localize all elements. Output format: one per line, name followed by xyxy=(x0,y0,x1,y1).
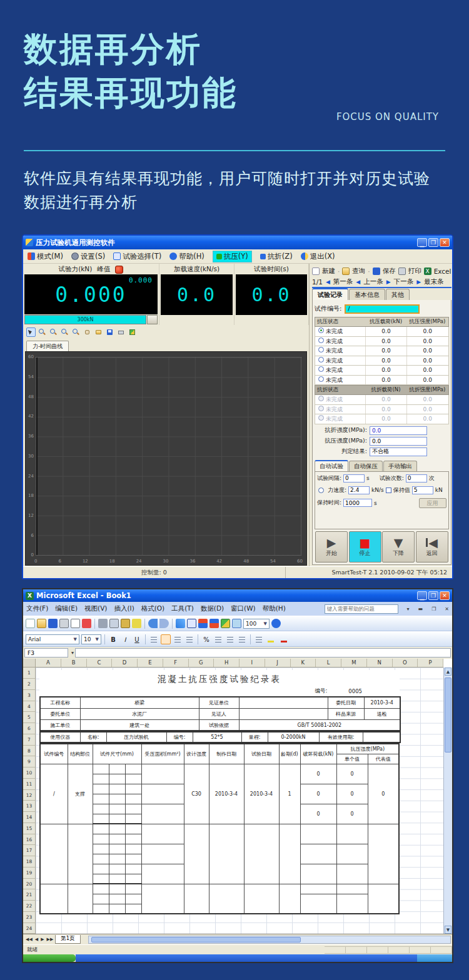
excel-menu-item[interactable]: 帮助(H) xyxy=(263,604,286,613)
prev-sheet-icon[interactable]: ◀ xyxy=(34,937,39,942)
paste-icon[interactable] xyxy=(121,619,130,628)
taskbar-strip[interactable] xyxy=(76,954,417,962)
excel-menu-item[interactable]: 编辑(E) xyxy=(55,604,78,613)
excel-minimize-button[interactable]: ▁ xyxy=(417,591,427,600)
apply-button[interactable]: 应用 xyxy=(419,498,446,508)
row-header[interactable]: 5 xyxy=(23,712,35,723)
font-name-select[interactable]: Arial▼ xyxy=(26,634,79,644)
chart-wizard-icon[interactable] xyxy=(221,619,230,628)
status-radio[interactable] xyxy=(318,338,324,343)
excel-help-icon[interactable] xyxy=(271,619,281,628)
copy-icon[interactable] xyxy=(109,619,119,628)
status-radio[interactable] xyxy=(318,357,324,362)
row-header[interactable]: 22 xyxy=(23,901,35,912)
merge-center-button[interactable] xyxy=(184,634,194,644)
decrease-decimal-button[interactable] xyxy=(225,634,235,644)
font-size-select[interactable]: 10▼ xyxy=(81,634,101,644)
info-value[interactable]: GB/T 50081-2002 xyxy=(239,719,400,731)
next-sheet-icon[interactable]: ▶ xyxy=(40,937,44,942)
info-label[interactable]: 试验依据 xyxy=(199,719,239,731)
excel-menu-item[interactable]: 工具(T) xyxy=(171,604,194,613)
instrument-valid[interactable] xyxy=(363,732,400,742)
excel-menu-item[interactable]: 文件(F) xyxy=(26,604,48,613)
down-button[interactable]: ▼ 下降 xyxy=(382,531,415,562)
row-header[interactable]: 17 xyxy=(23,845,35,856)
column-header[interactable]: O xyxy=(393,659,418,667)
zoom-select[interactable]: 100▼ xyxy=(243,619,270,629)
info-label[interactable]: 见证人 xyxy=(199,708,239,719)
name-box[interactable]: F3 xyxy=(24,648,68,658)
print-preview-icon[interactable] xyxy=(71,619,80,628)
pointer-tool-icon[interactable] xyxy=(26,328,36,337)
select-all-corner[interactable] xyxy=(23,659,36,667)
sheet-tab[interactable]: 第1页 xyxy=(55,935,80,944)
row-header[interactable]: 12 xyxy=(23,790,35,801)
status-radio[interactable] xyxy=(318,376,324,382)
hold-time-input[interactable] xyxy=(343,499,372,507)
underline-button[interactable]: U xyxy=(132,634,142,644)
force-range-button[interactable] xyxy=(147,315,158,324)
horizontal-scrollbar[interactable] xyxy=(88,936,451,944)
cell-specimen[interactable]: / xyxy=(40,764,68,824)
minimize-button[interactable]: ▁ xyxy=(417,238,427,247)
row-header[interactable]: 3 xyxy=(23,690,35,701)
hold-input[interactable] xyxy=(412,486,433,494)
info-value[interactable]: 水泥厂 xyxy=(80,708,199,719)
row-header[interactable]: 24 xyxy=(23,923,35,934)
cell-single[interactable]: 0 xyxy=(336,804,368,824)
column-header[interactable]: N xyxy=(367,659,393,667)
autosum-icon[interactable] xyxy=(187,619,196,628)
excel-close-button[interactable]: ✕ xyxy=(440,591,450,600)
menu-compression[interactable]: 抗压(Y) xyxy=(213,251,252,262)
excel-menu-item[interactable]: 视图(V) xyxy=(84,604,107,613)
last-record-button[interactable]: 最末条 xyxy=(424,278,444,286)
tab-force-time-curve[interactable]: 力-时间曲线 xyxy=(26,341,69,351)
new-record-button[interactable]: 新建 xyxy=(322,267,335,276)
excel-maximize-button[interactable]: ❐ xyxy=(428,591,438,600)
row-header[interactable]: 7 xyxy=(23,734,35,746)
compression-row[interactable]: 未完成 0.0 0.0 xyxy=(315,337,449,347)
excel-menu-item[interactable]: 格式(O) xyxy=(141,604,164,613)
next-record-button[interactable]: 下一条 xyxy=(394,278,414,286)
row-header[interactable]: 8 xyxy=(23,746,35,757)
borders-button[interactable] xyxy=(254,634,264,644)
zoom-window-icon[interactable] xyxy=(60,328,69,337)
row-header[interactable]: 13 xyxy=(23,801,35,812)
excel-title-bar[interactable]: X Microsoft Excel - Book1 ▁ ❐ ✕ xyxy=(23,589,452,602)
status-radio[interactable] xyxy=(318,366,324,372)
column-header[interactable]: D xyxy=(112,659,138,667)
zoom-reset-icon[interactable] xyxy=(71,328,81,337)
undo-icon[interactable] xyxy=(148,619,158,628)
row-header[interactable]: 6 xyxy=(23,723,35,734)
print-curve-icon[interactable] xyxy=(116,328,126,337)
row-header[interactable]: 18 xyxy=(23,856,35,868)
menu-help[interactable]: 帮助(H) xyxy=(169,252,204,261)
scroll-up-icon[interactable]: ▲ xyxy=(445,668,451,676)
align-left-button[interactable] xyxy=(149,634,159,644)
menu-mode[interactable]: 模式(M) xyxy=(28,252,63,261)
flexural-row[interactable]: 未完成 0.0 0.0 xyxy=(315,395,449,405)
compression-row[interactable]: 未完成 0.0 0.0 xyxy=(315,366,449,376)
info-label[interactable]: 工程名称 xyxy=(40,697,80,708)
vertical-scrollbar[interactable]: ▲ ▼ xyxy=(443,668,452,934)
instrument-no-label[interactable]: 编号: xyxy=(166,732,193,742)
excel-export-button[interactable]: Excel xyxy=(434,268,451,275)
flex-strength-input[interactable] xyxy=(370,426,427,435)
chart-style-icon[interactable] xyxy=(128,328,137,337)
info-label[interactable]: 样品来源 xyxy=(328,708,364,719)
name-box-dropdown-icon[interactable]: ▾ xyxy=(71,650,74,656)
sort-asc-icon[interactable] xyxy=(198,619,208,628)
cell-single[interactable]: 0 xyxy=(336,764,368,784)
force-speed-radio[interactable] xyxy=(318,488,324,493)
stop-button[interactable]: ■ 停止 xyxy=(349,531,381,562)
info-value[interactable] xyxy=(239,708,328,719)
row-header[interactable]: 4 xyxy=(23,701,35,712)
open-curve-icon[interactable] xyxy=(94,328,103,337)
peak-reset-icon[interactable] xyxy=(115,266,123,274)
status-radio[interactable] xyxy=(318,415,324,421)
info-label[interactable]: 见证单位 xyxy=(199,697,239,708)
row-header[interactable]: 11 xyxy=(23,779,35,790)
flexural-row[interactable]: 未完成 0.0 0.0 xyxy=(315,414,449,424)
interval-input[interactable] xyxy=(343,474,365,482)
column-header[interactable]: G xyxy=(189,659,214,667)
